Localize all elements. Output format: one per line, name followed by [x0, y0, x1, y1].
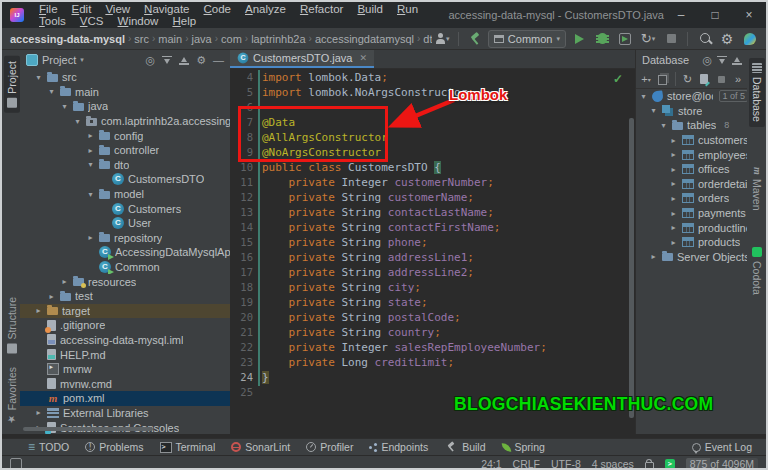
project-item-dto[interactable]: ▾dto: [20, 158, 230, 173]
collapse-all-icon[interactable]: [162, 56, 172, 65]
chevron-down-icon[interactable]: ▾: [639, 92, 648, 101]
line-number[interactable]: 24: [230, 370, 253, 385]
search-everywhere-button[interactable]: [694, 30, 714, 48]
chevron-right-icon[interactable]: ▸: [47, 292, 56, 301]
run-configuration-select[interactable]: Common ▾: [488, 30, 566, 48]
project-item-customers[interactable]: Customers: [20, 201, 230, 216]
build-project-button[interactable]: [465, 30, 485, 48]
line-number[interactable]: 22: [230, 340, 253, 355]
database-item-offices[interactable]: ▸offices: [636, 162, 748, 177]
menu-analyze[interactable]: Analyze: [238, 3, 293, 15]
add-datasource-button[interactable]: +▾: [638, 71, 654, 87]
project-item-customersdto[interactable]: CustomersDTO: [20, 172, 230, 187]
tool-window-button-problems[interactable]: !Problems: [85, 441, 143, 453]
project-item-repository[interactable]: ▸repository: [20, 231, 230, 246]
duplicate-button[interactable]: [655, 71, 671, 87]
database-item-orderdetails[interactable]: ▸orderdetails: [636, 177, 748, 192]
debug-button[interactable]: [592, 30, 612, 48]
chevron-right-icon[interactable]: ▸: [649, 252, 658, 261]
tool-window-button-profiler[interactable]: Profiler: [306, 441, 353, 453]
tool-window-button-todo[interactable]: ≡TODO: [28, 440, 69, 454]
menu-file[interactable]: File: [32, 3, 65, 15]
chevron-right-icon[interactable]: ▸: [669, 238, 678, 247]
breadcrumb-laptrinhb2a[interactable]: laptrinhb2a: [249, 33, 307, 45]
menu-help[interactable]: Help: [165, 15, 203, 27]
tool-strip-tab-project[interactable]: Project: [4, 56, 20, 113]
line-number[interactable]: 5: [230, 85, 253, 100]
chevron-down-icon[interactable]: ▾: [86, 160, 95, 169]
tool-strip-tab-codota[interactable]: Codota: [749, 242, 765, 300]
line-number[interactable]: 13: [230, 205, 253, 220]
project-item-test[interactable]: ▸test: [20, 289, 230, 304]
chevron-right-icon[interactable]: ▸: [86, 233, 95, 242]
line-number[interactable]: 19: [230, 295, 253, 310]
inspections-ok-icon[interactable]: ✓: [613, 72, 623, 86]
chevron-right-icon[interactable]: ▸: [34, 408, 43, 417]
project-item-external-libraries[interactable]: ▸External Libraries: [20, 406, 230, 421]
close-button[interactable]: ×: [732, 2, 766, 28]
project-item-target[interactable]: ▸target: [20, 304, 230, 319]
project-item-model[interactable]: ▾model: [20, 187, 230, 202]
project-item-com-laptrinhb2a-accessingdatamysql[interactable]: ▾com.laptrinhb2a.accessingdatamysql: [20, 114, 230, 129]
line-number[interactable]: 25: [230, 385, 253, 400]
expand-all-icon[interactable]: [732, 56, 742, 65]
chevron-down-icon[interactable]: ▾: [47, 87, 56, 96]
project-item-help-md[interactable]: HELP.md: [20, 347, 230, 362]
line-number[interactable]: 23: [230, 355, 253, 370]
database-item-employees[interactable]: ▸employees: [636, 147, 748, 162]
minimize-button[interactable]: –: [664, 2, 698, 28]
line-number[interactable]: 4: [230, 70, 253, 85]
database-item-tables[interactable]: ▾tables8: [636, 118, 748, 133]
indent-style[interactable]: 4 spaces: [592, 458, 634, 470]
locate-icon[interactable]: ◎: [702, 55, 712, 66]
locate-file-icon[interactable]: ◎: [146, 55, 156, 66]
menu-build[interactable]: Build: [350, 3, 390, 15]
close-tab-icon[interactable]: ✕: [359, 53, 367, 63]
chevron-right-icon[interactable]: ▸: [60, 277, 69, 286]
more-actions-button[interactable]: »: [730, 71, 746, 87]
chevron-right-icon[interactable]: ▸: [86, 131, 95, 140]
line-number[interactable]: 20: [230, 310, 253, 325]
chevron-down-icon[interactable]: ▾: [649, 106, 658, 115]
profiler-run-button[interactable]: ↻▾: [638, 30, 658, 48]
breadcrumb-java[interactable]: java: [189, 33, 213, 45]
breadcrumb-com[interactable]: com: [219, 33, 244, 45]
project-item-resources[interactable]: ▸resources: [20, 274, 230, 289]
hide-panel-icon[interactable]: —: [213, 55, 224, 66]
tool-window-button-spring[interactable]: Spring: [502, 441, 545, 453]
coverage-button[interactable]: [615, 30, 635, 48]
database-item-store[interactable]: ▾store: [636, 104, 748, 119]
project-item-mvnw[interactable]: mvnw: [20, 362, 230, 377]
line-number[interactable]: 16: [230, 250, 253, 265]
database-item-productlines[interactable]: ▸productlines: [636, 220, 748, 235]
tool-strip-tab-structure[interactable]: Structure: [4, 292, 20, 359]
chevron-down-icon[interactable]: ▾: [86, 190, 95, 199]
codota-status-icon[interactable]: >: [665, 459, 675, 469]
horizontal-scrollbar[interactable]: [23, 427, 153, 431]
tool-window-button-sonarlint[interactable]: SonarLint: [231, 441, 290, 453]
project-item-controller[interactable]: ▸controller: [20, 143, 230, 158]
readonly-lock-icon[interactable]: [645, 462, 654, 469]
tool-window-button-build[interactable]: Build: [444, 440, 485, 454]
caret-position[interactable]: 24:1: [481, 458, 501, 470]
tool-window-button-terminal[interactable]: >Terminal: [160, 441, 216, 453]
chevron-right-icon[interactable]: ▸: [669, 209, 678, 218]
database-item-store-localhost[interactable]: ▾store@localhost1 of 5: [636, 89, 748, 104]
line-number[interactable]: 10: [230, 160, 253, 175]
stop-button[interactable]: [713, 71, 729, 87]
line-number[interactable]: 12: [230, 190, 253, 205]
tab-customersdto-java[interactable]: CustomersDTO.java ✕: [230, 50, 374, 68]
project-item-main[interactable]: ▾main: [20, 85, 230, 100]
line-number[interactable]: 15: [230, 235, 253, 250]
project-item-java[interactable]: ▾java: [20, 99, 230, 114]
file-encoding[interactable]: UTF-8: [551, 458, 581, 470]
line-separator[interactable]: CRLF: [513, 458, 540, 470]
chevron-right-icon[interactable]: ▸: [669, 194, 678, 203]
menu-navigate[interactable]: Navigate: [137, 3, 196, 15]
tool-window-switcher-icon[interactable]: [10, 458, 22, 470]
maximize-button[interactable]: □: [698, 2, 732, 28]
chevron-right-icon[interactable]: ▸: [669, 150, 678, 159]
breadcrumb-dto[interactable]: dto: [421, 33, 432, 45]
menu-code[interactable]: Code: [197, 3, 239, 15]
project-item-pom-xml[interactable]: pom.xml: [20, 391, 230, 406]
